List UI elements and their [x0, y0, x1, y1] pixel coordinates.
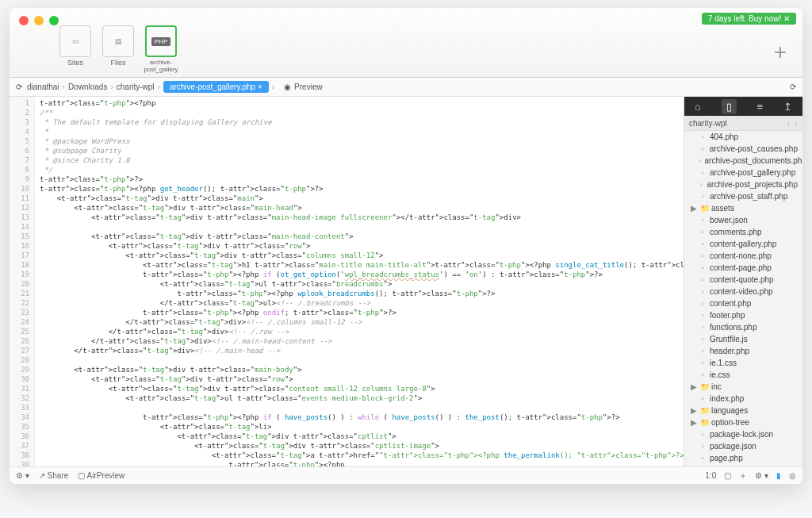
code-editor[interactable]: 1234567891011121314151617181920212223242…: [10, 97, 684, 466]
home-icon[interactable]: ⌂: [695, 101, 701, 113]
tab-label: archive-post_gallery: [143, 59, 179, 73]
display-icon[interactable]: ▮: [776, 471, 781, 480]
code-content[interactable]: t-attr">class="t-php"><?php/** * The def…: [35, 97, 684, 466]
add-icon[interactable]: ＋: [739, 470, 747, 482]
file-item[interactable]: ▫content-none.php: [684, 250, 802, 262]
nav-arrows[interactable]: ‹ ›: [787, 118, 798, 128]
window-controls: [19, 16, 59, 25]
file-item[interactable]: ▫Gruntfile.js: [684, 333, 802, 345]
file-item[interactable]: ▫archive-post_projects.php: [684, 178, 802, 190]
file-tree: ▫404.php▫archive-post_causes.php▫archive…: [684, 131, 802, 466]
tab-sites[interactable]: ▭ Sites: [57, 25, 94, 73]
buy-banner[interactable]: 7 days left. Buy now! ✕: [702, 13, 796, 25]
cursor-position: 1:0: [705, 471, 716, 480]
document-tabs: ▭ Sites ▤ Files PHP archive-post_gallery: [57, 25, 179, 73]
gear-icon[interactable]: ⚙ ▾: [16, 471, 29, 480]
file-item[interactable]: ▫footer.php: [684, 309, 802, 321]
file-item[interactable]: ▫content-quote.php: [684, 274, 802, 286]
file-item[interactable]: ▫functions.php: [684, 321, 802, 333]
close-window[interactable]: [19, 16, 29, 25]
app-window: ▭ Sites ▤ Files PHP archive-post_gallery…: [10, 8, 802, 484]
breadcrumb-current[interactable]: archive-post_gallery.php ×: [163, 81, 269, 93]
sites-icon: ▭: [59, 25, 91, 57]
file-item[interactable]: ▫404.php: [684, 131, 802, 143]
tab-files[interactable]: ▤ Files: [100, 25, 136, 73]
breadcrumb-item[interactable]: Downloads: [68, 82, 107, 91]
folder-item[interactable]: ▶📁languages: [684, 405, 802, 416]
file-item[interactable]: ▫page.php: [684, 452, 802, 464]
file-item[interactable]: ▫content-gallery.php: [684, 238, 802, 250]
files-panel-icon[interactable]: ▯: [722, 99, 737, 114]
refresh-icon[interactable]: ⟳: [16, 82, 22, 91]
file-item[interactable]: ▫package.json: [684, 440, 802, 452]
file-item[interactable]: ▫content.php: [684, 297, 802, 309]
line-numbers: 1234567891011121314151617181920212223242…: [10, 97, 35, 466]
file-item[interactable]: ▫header.php: [684, 345, 802, 357]
preview-link[interactable]: ◉Preview: [284, 82, 323, 91]
file-item[interactable]: ▫archive-post_staff.php: [684, 190, 802, 202]
file-item[interactable]: ▫ie.css: [684, 369, 802, 381]
settings-icon[interactable]: ⚙ ▾: [755, 471, 768, 480]
upload-icon[interactable]: ↥: [783, 101, 792, 113]
file-thumb-icon: PHP: [145, 25, 177, 57]
sidebar-toolbar: ⌂ ▯ ≡ ↥: [684, 97, 802, 116]
file-item[interactable]: ▫archive-post_gallery.php: [684, 167, 802, 178]
eye-icon: ◉: [284, 82, 291, 91]
tab-label: Sites: [57, 59, 94, 67]
project-header[interactable]: charity-wpl ‹ ›: [684, 116, 802, 131]
folder-item[interactable]: ▶📁option-tree: [684, 416, 802, 428]
file-item[interactable]: ▫ie.1.css: [684, 357, 802, 369]
airpreview-button[interactable]: ▢ AirPreview: [78, 471, 124, 480]
maximize-window[interactable]: [49, 16, 59, 25]
file-item[interactable]: ▫package-lock.json: [684, 428, 802, 440]
tab-label: Files: [100, 59, 136, 67]
folder-item[interactable]: ▶📁inc: [684, 381, 802, 393]
breadcrumb-bar: ⟳ dianathai› Downloads› charity-wpl› arc…: [10, 78, 802, 97]
file-item[interactable]: ▫archive-post_causes.php: [684, 143, 802, 155]
file-sidebar: ⌂ ▯ ≡ ↥ charity-wpl ‹ › ▫404.php▫archive…: [684, 97, 802, 466]
file-item[interactable]: ▫index.php: [684, 393, 802, 405]
target-icon[interactable]: ◎: [789, 471, 796, 480]
file-item[interactable]: ▫comments.php: [684, 226, 802, 238]
share-button[interactable]: ↗ Share: [39, 471, 68, 480]
file-item[interactable]: ▫archive-post_documents.php: [684, 155, 802, 167]
status-bar: ⚙ ▾ ↗ Share ▢ AirPreview 1:0 ▢ ＋ ⚙ ▾ ▮ ◎: [10, 466, 802, 484]
file-item[interactable]: ▫bower.json: [684, 214, 802, 226]
reload-icon[interactable]: ⟳: [790, 82, 796, 91]
minimize-window[interactable]: [34, 16, 44, 25]
new-tab-button[interactable]: +: [774, 40, 787, 65]
main-area: 1234567891011121314151617181920212223242…: [10, 97, 802, 466]
file-item[interactable]: ▫content-page.php: [684, 262, 802, 274]
tab-current-file[interactable]: PHP archive-post_gallery: [143, 25, 179, 73]
list-icon[interactable]: ≡: [757, 101, 764, 113]
panel-icon[interactable]: ▢: [724, 471, 731, 480]
folder-item[interactable]: ▶📁assets: [684, 202, 802, 214]
breadcrumb-item[interactable]: dianathai: [27, 82, 59, 91]
titlebar: ▭ Sites ▤ Files PHP archive-post_gallery…: [10, 8, 802, 78]
breadcrumb-item[interactable]: charity-wpl: [117, 82, 155, 91]
files-icon: ▤: [102, 25, 134, 57]
file-item[interactable]: ▫content-video.php: [684, 286, 802, 297]
